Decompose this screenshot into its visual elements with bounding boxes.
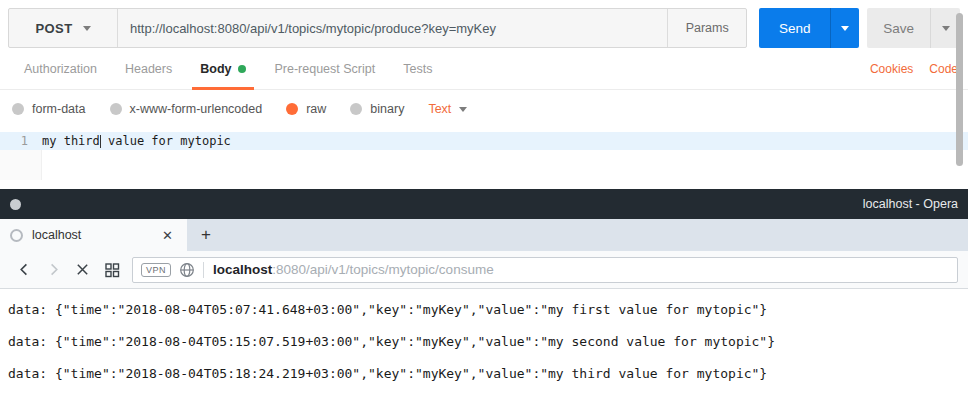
request-bar: POST Params Send Save bbox=[8, 8, 960, 48]
chevron-down-icon bbox=[83, 26, 91, 31]
send-dropdown[interactable] bbox=[830, 8, 859, 48]
editor-text: my third value for mytopic bbox=[42, 134, 231, 148]
tab-title: localhost bbox=[32, 228, 81, 242]
request-url-group: POST Params bbox=[8, 8, 747, 48]
method-label: POST bbox=[36, 21, 73, 36]
divider bbox=[203, 262, 204, 278]
send-label: Send bbox=[759, 8, 830, 48]
request-tabs: Authorization Headers Body Pre-request S… bbox=[0, 48, 968, 90]
vpn-badge[interactable]: VPN bbox=[141, 263, 171, 277]
chevron-down-icon bbox=[841, 26, 849, 31]
window-title: localhost - Opera bbox=[863, 197, 958, 211]
new-tab-button[interactable]: + bbox=[187, 219, 225, 251]
stop-reload-icon[interactable] bbox=[68, 256, 97, 284]
radio-icon bbox=[110, 103, 122, 115]
radio-binary[interactable]: binary bbox=[350, 102, 404, 116]
opera-tabbar: localhost ✕ + bbox=[0, 219, 968, 251]
url-input[interactable] bbox=[118, 9, 667, 47]
speed-dial-grid-icon[interactable] bbox=[97, 256, 126, 284]
radio-icon bbox=[350, 103, 362, 115]
screen: POST Params Send Save Authorization Head… bbox=[0, 8, 968, 403]
save-button[interactable]: Save bbox=[867, 8, 930, 48]
browser-tab-localhost[interactable]: localhost ✕ bbox=[0, 219, 187, 251]
radio-x-www-form-urlencoded[interactable]: x-www-form-urlencoded bbox=[110, 102, 263, 116]
page-content: data: {"time":"2018-08-04T05:07:41.648+0… bbox=[0, 289, 968, 389]
code-link[interactable]: Code bbox=[929, 62, 958, 76]
sse-data-line: data: {"time":"2018-08-04T05:07:41.648+0… bbox=[8, 293, 968, 325]
chevron-down-icon bbox=[459, 107, 467, 112]
tab-pre-request-script[interactable]: Pre-request Script bbox=[260, 48, 389, 89]
radio-form-data[interactable]: form-data bbox=[12, 102, 86, 116]
postman-panel: POST Params Send Save Authorization Head… bbox=[0, 8, 968, 189]
method-dropdown[interactable]: POST bbox=[9, 9, 117, 47]
close-tab-icon[interactable]: ✕ bbox=[158, 226, 177, 245]
tab-body[interactable]: Body bbox=[186, 48, 260, 89]
opera-navbar: VPN localhost:8080/api/v1/topics/mytopic… bbox=[0, 251, 968, 289]
tab-headers[interactable]: Headers bbox=[111, 48, 186, 89]
header-links: Cookies Code bbox=[870, 62, 958, 76]
editor-gutter bbox=[0, 150, 42, 180]
chevron-down-icon bbox=[942, 26, 950, 31]
editor-empty-area bbox=[0, 150, 968, 180]
cookies-link[interactable]: Cookies bbox=[870, 62, 913, 76]
body-editor[interactable]: 1 my third value for mytopic bbox=[0, 132, 968, 180]
radio-raw[interactable]: raw bbox=[286, 102, 326, 116]
body-type-options: form-data x-www-form-urlencoded raw bina… bbox=[0, 90, 968, 128]
body-active-dot bbox=[238, 65, 246, 73]
globe-icon[interactable] bbox=[179, 262, 195, 278]
tab-tests[interactable]: Tests bbox=[389, 48, 446, 89]
tab-authorization[interactable]: Authorization bbox=[10, 48, 111, 89]
favicon-placeholder-icon bbox=[10, 229, 23, 242]
params-button[interactable]: Params bbox=[668, 9, 746, 47]
address-host: localhost bbox=[213, 262, 272, 277]
scrollbar[interactable] bbox=[956, 13, 963, 166]
editor-active-line: 1 my third value for mytopic bbox=[0, 132, 968, 150]
active-tab-underline bbox=[192, 87, 254, 90]
forward-icon[interactable] bbox=[39, 256, 68, 284]
save-button-group: Save bbox=[867, 8, 960, 48]
radio-icon-selected bbox=[286, 103, 298, 115]
opera-titlebar: localhost - Opera bbox=[0, 189, 968, 219]
format-dropdown[interactable]: Text bbox=[428, 102, 467, 116]
address-path: :8080/api/v1/topics/mytopic/consume bbox=[272, 262, 493, 277]
menu-dot-icon[interactable] bbox=[10, 199, 21, 210]
sse-data-line: data: {"time":"2018-08-04T05:15:07.519+0… bbox=[8, 325, 968, 357]
address-bar[interactable]: VPN localhost:8080/api/v1/topics/mytopic… bbox=[132, 257, 958, 283]
send-button[interactable]: Send bbox=[759, 8, 859, 48]
line-number: 1 bbox=[0, 134, 42, 148]
back-icon[interactable] bbox=[10, 256, 39, 284]
radio-icon bbox=[12, 103, 24, 115]
sse-data-line: data: {"time":"2018-08-04T05:18:24.219+0… bbox=[8, 357, 968, 389]
